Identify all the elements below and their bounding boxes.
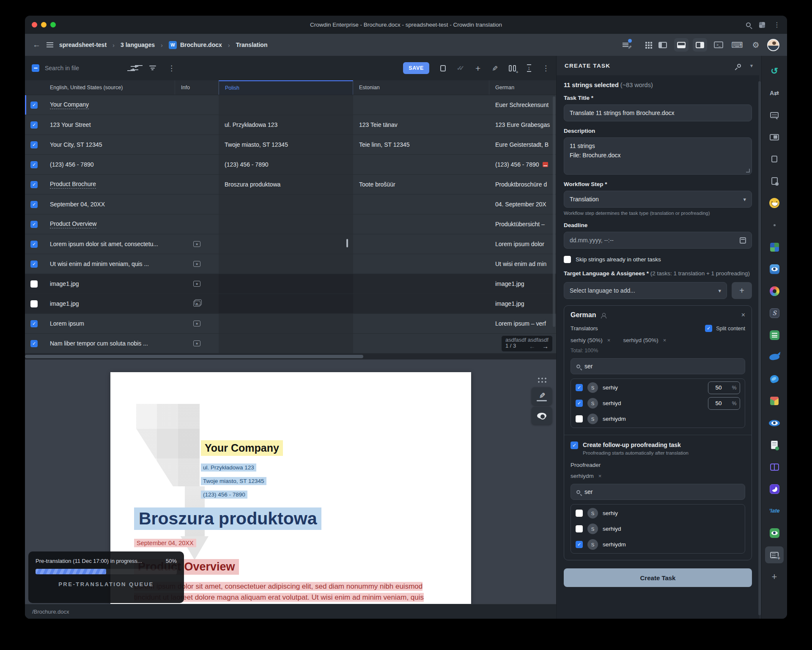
row-checkbox[interactable]: ✓ — [30, 340, 38, 347]
preview-phone-line[interactable]: (123) 456 - 7890 — [201, 491, 247, 499]
app-s-icon[interactable]: S — [762, 302, 787, 324]
remove-language-icon[interactable]: × — [741, 311, 745, 319]
app-puzzle-icon[interactable] — [762, 236, 787, 258]
row-checkbox[interactable]: ✓ — [30, 101, 38, 109]
german-cell[interactable]: Produktbroschüre d — [489, 175, 556, 194]
screenshot-tag-icon[interactable]: ★ — [193, 261, 200, 267]
share-value[interactable]: 50 — [708, 384, 729, 391]
polish-cell[interactable] — [219, 254, 353, 274]
german-cell[interactable]: Euer Schreckensunt — [489, 95, 556, 115]
column-header-polish[interactable]: Polish — [219, 80, 353, 95]
machine-translation-icon[interactable]: A⇄ — [762, 82, 787, 104]
row-checkbox[interactable]: ✓ — [30, 241, 38, 248]
german-cell[interactable]: 04. September 20X — [489, 195, 556, 214]
screenshot-tag-icon[interactable]: ★ — [193, 301, 200, 307]
preview-edit-button[interactable]: ✎ — [532, 387, 552, 405]
save-button[interactable]: SAVE — [403, 62, 429, 74]
polish-cell[interactable]: Broszura produktowa — [219, 175, 353, 194]
source-cell[interactable]: Your Company — [44, 95, 175, 115]
vertical-scrollbar[interactable] — [553, 96, 555, 327]
settings-gear-icon[interactable]: ⚙ — [749, 38, 763, 52]
split-content-checkbox[interactable]: ✓ — [705, 325, 712, 332]
more-options-button[interactable]: ⋮ — [542, 64, 549, 73]
preview-date[interactable]: September 04, 20XX — [134, 539, 196, 547]
calendar-icon[interactable] — [740, 237, 746, 244]
emoji-app-icon[interactable] — [762, 192, 787, 214]
row-checkbox[interactable] — [30, 280, 38, 288]
row-checkbox[interactable]: ✓ — [30, 320, 38, 327]
file-info-icon[interactable] — [762, 170, 787, 192]
app-swirl-icon[interactable] — [762, 478, 787, 500]
pretranslation-queue-button[interactable]: PRE-TRANSLATION QUEUE — [36, 581, 177, 587]
skip-strings-checkbox[interactable] — [564, 256, 571, 263]
app-green-eye-icon[interactable] — [762, 522, 787, 544]
table-row[interactable]: image1.jpg★image1.jpg — [25, 274, 556, 294]
german-cell[interactable]: Lorem ipsum – verf — [489, 314, 556, 333]
string-context-icon[interactable] — [762, 126, 787, 148]
assignee-checkbox[interactable] — [576, 510, 583, 517]
breadcrumb-file[interactable]: Brochure.docx — [180, 41, 222, 48]
source-cell[interactable]: Your City, ST 12345 — [44, 135, 175, 154]
row-checkbox[interactable]: ✓ — [30, 221, 38, 228]
app-whale-icon[interactable] — [762, 346, 787, 368]
source-cell[interactable]: image1.jpg — [44, 294, 175, 313]
estonian-cell[interactable] — [353, 274, 489, 293]
add-app-icon[interactable]: + — [762, 566, 787, 588]
polish-cell[interactable] — [219, 294, 353, 313]
estonian-cell[interactable] — [353, 294, 489, 313]
assignee-checkbox[interactable] — [576, 415, 583, 422]
german-cell[interactable]: Produktübersicht – — [489, 214, 556, 234]
polish-cell[interactable] — [219, 334, 353, 353]
screenshot-tag-icon[interactable]: ★ — [193, 281, 200, 287]
column-header-estonian[interactable]: Estonian — [353, 80, 489, 95]
assignee-option[interactable]: Sserhiy — [571, 505, 745, 521]
assignee-option[interactable]: ✓Sserhiyd50% — [571, 395, 745, 411]
row-checkbox[interactable]: ✓ — [30, 121, 38, 129]
app-cube-icon[interactable] — [762, 390, 787, 412]
filter-icon[interactable] — [149, 66, 156, 71]
table-row[interactable]: ✓Your CompanyEuer Schreckensunt — [25, 95, 556, 115]
user-avatar[interactable] — [767, 39, 779, 51]
source-cell[interactable]: Lorem ipsum — [44, 314, 175, 333]
ai-suggestions-icon[interactable]: ↺ — [762, 60, 787, 82]
estonian-cell[interactable] — [353, 314, 489, 333]
table-row[interactable]: ✓(123) 456 - 7890(123) 456 - 7890(123) 4… — [25, 155, 556, 175]
table-row[interactable]: ✓Your City, ST 12345Twoje miasto, ST 123… — [25, 135, 556, 155]
estonian-cell[interactable] — [353, 155, 489, 174]
german-cell[interactable]: asdfasdf asdfasdf1 / 3←→ — [489, 334, 556, 353]
estonian-cell[interactable] — [353, 195, 489, 214]
add-language-button[interactable]: + — [732, 282, 752, 299]
screenshot-tag-icon[interactable]: ★ — [193, 321, 200, 326]
screenshot-tag-icon[interactable]: ★ — [193, 241, 200, 247]
rail-overflow-dot[interactable] — [762, 214, 787, 236]
estonian-cell[interactable]: Toote brošüür — [353, 175, 489, 194]
polish-cell[interactable] — [219, 314, 353, 333]
german-cell[interactable]: (123) 456 - 7890 — [489, 155, 556, 174]
row-checkbox[interactable]: ✓ — [30, 201, 38, 208]
german-cell[interactable]: image1.jpg — [489, 294, 556, 313]
app-blue-eye-icon[interactable] — [762, 258, 787, 280]
keyboard-shortcuts-icon[interactable]: ⌨ — [730, 38, 744, 52]
source-cell[interactable]: Lorem ipsum dolor sit amet, consectetu..… — [44, 234, 175, 254]
app-late-icon[interactable]: ʼlate — [762, 500, 787, 522]
task-title-input[interactable]: Translate 11 strings from Brochure.docx — [564, 104, 752, 121]
app-bird-icon[interactable] — [762, 368, 787, 390]
followup-proofreading-checkbox[interactable]: ✓ — [571, 442, 578, 449]
table-row[interactable]: ✓September 04, 20XX04. September 20X — [25, 195, 556, 214]
app-eye-oval-icon[interactable] — [762, 412, 787, 434]
source-cell[interactable]: Nam liber tempor cum soluta nobis ... — [44, 334, 175, 353]
back-icon[interactable]: ← — [33, 40, 41, 49]
select-all-checkbox[interactable] — [32, 64, 39, 72]
qa-issue-icon[interactable] — [543, 162, 548, 167]
remove-chip-icon[interactable]: × — [663, 337, 667, 343]
workflow-steps-icon[interactable]: ⋮ — [168, 64, 175, 73]
comments-icon[interactable] — [762, 104, 787, 126]
screenshot-tag-icon[interactable]: ★ — [193, 340, 200, 346]
workflow-step-select[interactable]: Translation — [564, 191, 752, 208]
estonian-cell[interactable] — [353, 95, 489, 115]
language-select[interactable]: Select language to add... — [564, 282, 727, 299]
source-cell[interactable]: 123 Your Street — [44, 115, 175, 134]
polish-cell[interactable] — [219, 214, 353, 234]
table-row[interactable]: ✓Lorem ipsum dolor sit amet, consectetu.… — [25, 234, 556, 254]
estonian-cell[interactable]: Teie linn, ST 12345 — [353, 135, 489, 154]
